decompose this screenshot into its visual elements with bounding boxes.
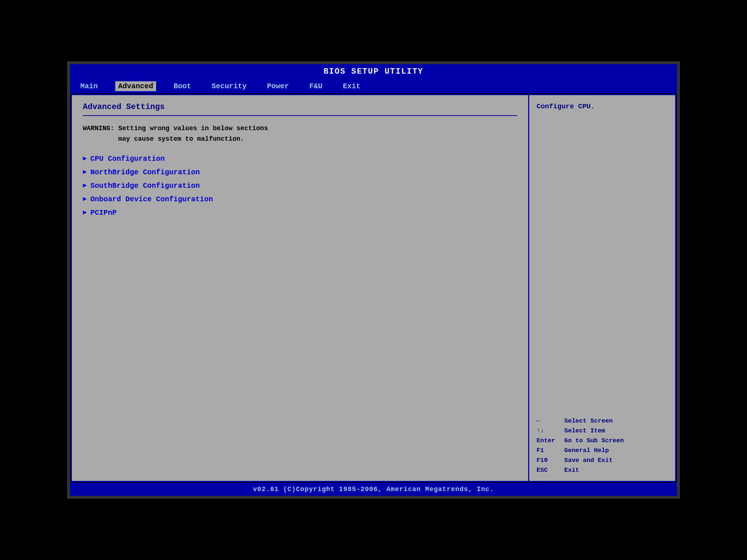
key-f1-label: F1 xyxy=(537,447,558,454)
cpu-config-label: CPU Configuration xyxy=(90,155,165,163)
menu-bar: Main Advanced Boot Security Power F&U Ex… xyxy=(70,79,677,93)
warning-text: WARNING: Setting wrong values in below s… xyxy=(83,123,517,144)
onboard-config-label: Onboard Device Configuration xyxy=(90,195,213,203)
menu-main[interactable]: Main xyxy=(77,81,101,91)
key-ud-desc: Select Item xyxy=(564,427,605,434)
menu-fu[interactable]: F&U xyxy=(306,81,325,91)
key-select-item: ↑↓ Select Item xyxy=(537,427,668,434)
key-f1-desc: General Help xyxy=(564,447,609,454)
menu-advanced[interactable]: Advanced xyxy=(115,81,156,91)
key-f10-label: F10 xyxy=(537,457,558,464)
arrow-icon-cpu: ► xyxy=(83,155,87,162)
key-f10: F10 Save and Exit xyxy=(537,457,668,464)
key-legend: ← Select Screen ↑↓ Select Item Enter Go … xyxy=(537,417,668,474)
key-select-screen: ← Select Screen xyxy=(537,417,668,424)
key-esc: ESC Exit xyxy=(537,467,668,474)
menu-list-item-northbridge[interactable]: ► NorthBridge Configuration xyxy=(83,168,517,176)
arrow-icon-northbridge: ► xyxy=(83,168,87,176)
arrow-icon-onboard: ► xyxy=(83,195,87,203)
key-f10-desc: Save and Exit xyxy=(564,457,613,464)
menu-security[interactable]: Security xyxy=(209,81,249,91)
key-f1: F1 General Help xyxy=(537,447,668,454)
menu-list-item-pcipnp[interactable]: ► PCIPnP xyxy=(83,209,517,217)
key-enter-desc: Go to Sub Screen xyxy=(564,437,624,444)
divider xyxy=(83,115,517,116)
pcipnp-label: PCIPnP xyxy=(90,209,117,217)
key-ud-label: ↑↓ xyxy=(537,427,558,434)
content-area: Advanced Settings WARNING: Setting wrong… xyxy=(71,94,676,482)
title-text: BIOS SETUP UTILITY xyxy=(324,67,423,76)
title-bar: BIOS SETUP UTILITY xyxy=(70,64,677,79)
warning-content: WARNING: Setting wrong values in below s… xyxy=(83,125,268,143)
southbridge-config-label: SouthBridge Configuration xyxy=(90,182,200,190)
bios-screen: BIOS SETUP UTILITY Main Advanced Boot Se… xyxy=(67,61,680,499)
menu-list-item-onboard[interactable]: ► Onboard Device Configuration xyxy=(83,195,517,203)
menu-power[interactable]: Power xyxy=(264,81,292,91)
northbridge-config-label: NorthBridge Configuration xyxy=(90,168,200,176)
side-panel: Configure CPU. ← Select Screen ↑↓ Select… xyxy=(529,95,675,481)
footer-text: v02.61 (C)Copyright 1985-2006, American … xyxy=(253,486,494,493)
menu-boot[interactable]: Boot xyxy=(171,81,194,91)
key-esc-desc: Exit xyxy=(564,467,579,474)
arrow-icon-southbridge: ► xyxy=(83,182,87,189)
key-enter: Enter Go to Sub Screen xyxy=(537,437,668,444)
panel-title: Advanced Settings xyxy=(83,102,517,112)
menu-exit[interactable]: Exit xyxy=(340,81,363,91)
main-panel: Advanced Settings WARNING: Setting wrong… xyxy=(72,95,529,481)
menu-list-item-southbridge[interactable]: ► SouthBridge Configuration xyxy=(83,182,517,190)
key-esc-label: ESC xyxy=(537,467,558,474)
key-enter-label: Enter xyxy=(537,437,558,444)
menu-list: ► CPU Configuration ► NorthBridge Config… xyxy=(83,155,517,217)
footer-bar: v02.61 (C)Copyright 1985-2006, American … xyxy=(70,483,677,496)
key-arrow-desc: Select Screen xyxy=(564,417,613,424)
arrow-icon-pcipnp: ► xyxy=(83,209,87,216)
key-arrow-label: ← xyxy=(537,417,558,424)
help-text: Configure CPU. xyxy=(537,102,668,110)
menu-list-item-cpu[interactable]: ► CPU Configuration xyxy=(83,155,517,163)
